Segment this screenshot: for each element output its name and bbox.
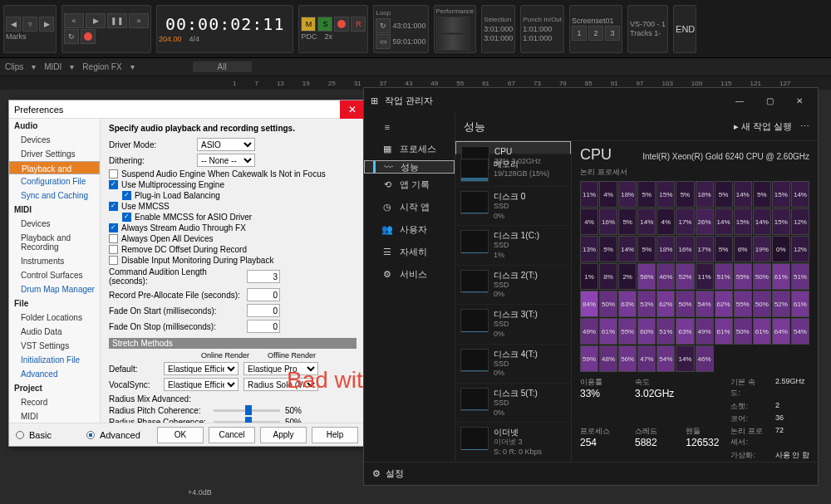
arm-button[interactable] <box>334 17 349 32</box>
loop-set-button[interactable]: ▭ <box>376 34 391 49</box>
loop-toggle[interactable]: ↻ <box>64 29 79 44</box>
fadeout-input[interactable] <box>247 320 280 333</box>
tm-list-item[interactable]: 디스크 1(C:)SSD1% <box>455 226 571 265</box>
nav-folder[interactable]: Folder Locations <box>9 311 100 325</box>
nav-devices[interactable]: Devices <box>9 133 100 147</box>
ss1[interactable]: 1 <box>572 26 587 41</box>
nav-audiodata[interactable]: Audio Data <box>9 325 100 339</box>
apply-button[interactable]: Apply <box>260 427 307 443</box>
side-details[interactable]: ☰자세히 <box>364 241 455 263</box>
nav-pmidi[interactable]: MIDI <box>9 409 100 423</box>
phase-slider[interactable] <box>214 421 280 423</box>
bpm-display[interactable]: 204.00 <box>159 35 182 43</box>
nav-record[interactable]: Record <box>9 395 100 409</box>
tm-list-item[interactable]: 디스크 0SSD0% <box>455 187 571 226</box>
sub-midi[interactable]: MIDI <box>44 62 61 71</box>
nav-advanced[interactable]: Advanced <box>9 367 100 381</box>
play-button[interactable]: ▶ <box>86 13 106 28</box>
side-services[interactable]: ⚙서비스 <box>364 263 455 286</box>
default-offline-select[interactable]: Elastique Pro <box>243 362 318 375</box>
tm-list-item[interactable]: 디스크 2(T:)SSD0% <box>455 266 571 305</box>
minimize-button[interactable]: — <box>728 91 751 110</box>
chk-openall[interactable] <box>109 234 118 243</box>
sub-regionfx[interactable]: Region FX <box>82 62 121 71</box>
side-apphist[interactable]: ⟲앱 기록 <box>364 174 455 196</box>
nav-drum[interactable]: Drum Map Manager <box>9 282 100 296</box>
tm-list-item[interactable]: 디스크 3(T:)SSD0% <box>455 305 571 344</box>
mute-button[interactable]: M <box>301 17 316 32</box>
filter-all-dropdown[interactable]: All <box>193 61 252 72</box>
screenset-dropdown[interactable]: Screenset01 <box>572 17 620 25</box>
chk-mmcss[interactable] <box>109 202 118 211</box>
tm-titlebar[interactable]: ⊞ 작업 관리자 — ▢ ✕ <box>364 88 818 113</box>
nav-midi-devices[interactable]: Devices <box>9 217 100 231</box>
sel-from[interactable]: 3:01:000 <box>484 25 513 33</box>
nav-sync[interactable]: Sync and Caching <box>9 188 100 203</box>
advanced-radio[interactable] <box>86 431 95 439</box>
loop-on-toggle[interactable]: ↻ <box>376 18 391 33</box>
tm-list-item[interactable]: CPU33% 3.02GHz <box>455 141 571 154</box>
forward-button[interactable]: » <box>129 13 149 28</box>
ss2[interactable]: 2 <box>588 26 603 41</box>
driver-mode-select[interactable]: ASIO <box>197 138 255 151</box>
side-users[interactable]: 👥사용자 <box>364 218 455 241</box>
prefs-titlebar[interactable]: Preferences ✕ <box>9 100 365 119</box>
basic-radio[interactable] <box>16 431 24 439</box>
record-button[interactable] <box>81 29 96 44</box>
marker-prev-button[interactable]: ◀ <box>6 17 21 32</box>
nav-midi-playrec[interactable]: Playback and Recording <box>9 231 100 254</box>
solo-button[interactable]: S <box>317 17 332 32</box>
side-startup[interactable]: ◷시작 앱 <box>364 196 455 218</box>
close-button[interactable]: ✕ <box>340 100 365 119</box>
tm-list-item[interactable]: 메모리19/128GB (15%) <box>455 154 571 187</box>
punch-to[interactable]: 1:01:000 <box>523 34 562 42</box>
nav-init[interactable]: Initialization File <box>9 353 100 367</box>
side-processes[interactable]: ▦프로세스 <box>364 138 455 160</box>
punch-from[interactable]: 1:01:000 <box>523 25 562 33</box>
fadein-input[interactable] <box>247 304 280 317</box>
tm-hamburger[interactable]: ≡ <box>364 116 455 138</box>
pause-button[interactable]: ❚❚ <box>107 13 127 28</box>
chk-mp[interactable] <box>109 180 118 189</box>
chk-monitor[interactable] <box>109 256 118 265</box>
help-button[interactable]: Help <box>312 427 358 443</box>
settings-link[interactable]: 설정 <box>386 467 404 480</box>
loop-to[interactable]: 59:01:000 <box>392 37 425 46</box>
nav-driver[interactable]: Driver Settings <box>9 147 100 161</box>
speed-2x[interactable]: 2x <box>324 32 332 41</box>
prealloc-input[interactable] <box>247 288 280 301</box>
tm-list-item[interactable]: 디스크 5(T:)SSD0% <box>455 384 571 423</box>
nav-config[interactable]: Configuration File <box>9 174 100 188</box>
chk-stream[interactable] <box>109 223 118 232</box>
chk-suspend[interactable] <box>109 169 118 179</box>
chk-dc[interactable] <box>109 245 118 254</box>
default-online-select[interactable]: Elastique Efficient <box>164 362 238 375</box>
vs700-label[interactable]: VS-700 - 1 <box>630 20 666 28</box>
nav-ctrl[interactable]: Control Surfaces <box>9 268 100 282</box>
nav-playrec[interactable]: Playback and Recording <box>9 161 100 174</box>
loop-from[interactable]: 43:01:000 <box>392 22 425 30</box>
rec-mode-button[interactable]: R <box>351 17 366 32</box>
run-new-task[interactable]: ▸ 새 작업 실행 <box>734 120 792 133</box>
nav-vst[interactable]: VST Settings <box>9 339 100 353</box>
tm-list-item[interactable]: 이더넷이더넷 3S: 0 R: 0 Kbps <box>455 423 571 462</box>
vocal-online-select[interactable]: Elastique Efficient <box>164 378 238 391</box>
pitch-slider[interactable] <box>214 409 280 412</box>
sel-to[interactable]: 3:01:000 <box>484 34 513 42</box>
tm-more-button[interactable]: ⋯ <box>800 121 809 132</box>
chk-mmcss-asio[interactable] <box>122 213 131 222</box>
vocal-offline-select[interactable]: Radius Solo (Vocal) <box>243 378 318 391</box>
maximize-button[interactable]: ▢ <box>758 91 781 110</box>
marker-next-button[interactable]: ▶ <box>39 17 54 32</box>
cancel-button[interactable]: Cancel <box>209 427 255 443</box>
side-performance[interactable]: 〰성능 <box>364 160 455 174</box>
marker-flag-icon[interactable]: ▿ <box>22 17 37 32</box>
ok-button[interactable]: OK <box>157 427 204 443</box>
sub-clips[interactable]: Clips <box>5 62 23 71</box>
ss3[interactable]: 3 <box>605 26 620 41</box>
dither-select[interactable]: -- None -- <box>197 154 255 167</box>
tm-close-button[interactable]: ✕ <box>788 91 811 110</box>
pdc-label[interactable]: PDC <box>301 32 317 41</box>
tm-list-item[interactable]: 디스크 4(T:)SSD0% <box>455 345 571 384</box>
chk-plb[interactable] <box>122 191 131 200</box>
